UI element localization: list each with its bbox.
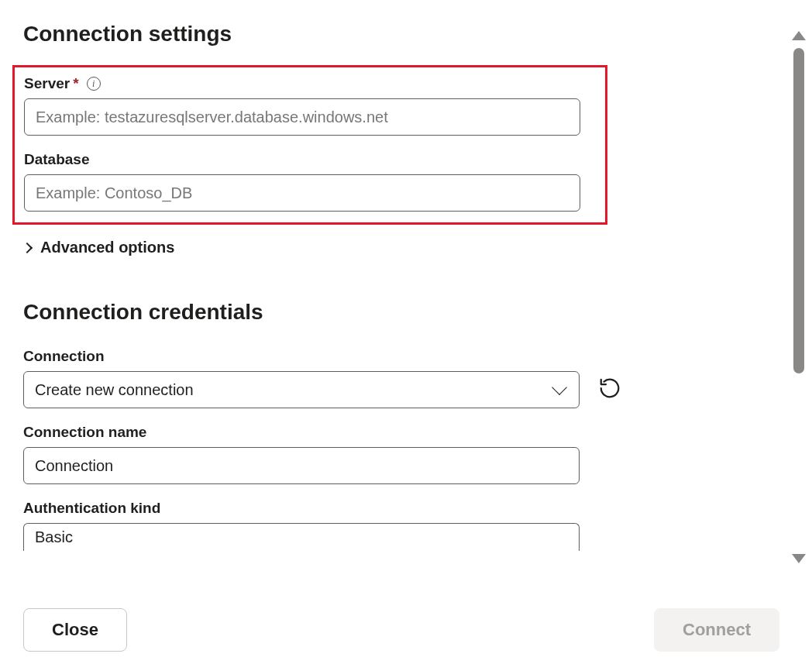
- close-button[interactable]: Close: [23, 608, 127, 652]
- database-input[interactable]: [24, 174, 580, 212]
- connection-select-value: Create new connection: [35, 381, 194, 399]
- database-label: Database: [24, 151, 90, 168]
- connection-settings-heading: Connection settings: [23, 22, 752, 46]
- connection-label: Connection: [23, 348, 105, 365]
- scrollbar[interactable]: [789, 31, 809, 563]
- scroll-up-icon[interactable]: [792, 31, 806, 40]
- connection-name-input[interactable]: [23, 447, 580, 484]
- refresh-icon[interactable]: [598, 377, 621, 403]
- auth-kind-value: Basic: [35, 528, 73, 546]
- info-icon[interactable]: i: [87, 77, 101, 91]
- auth-kind-label: Authentication kind: [23, 500, 160, 517]
- server-label: Server*: [24, 75, 79, 92]
- chevron-right-icon: [22, 242, 33, 253]
- server-db-highlight: Server* i Database: [12, 65, 607, 225]
- connection-credentials-heading: Connection credentials: [23, 300, 752, 325]
- connection-select[interactable]: Create new connection: [23, 371, 580, 408]
- server-input[interactable]: [24, 98, 580, 136]
- scroll-down-icon[interactable]: [792, 554, 806, 563]
- advanced-options-toggle[interactable]: Advanced options: [23, 236, 174, 260]
- connection-name-label: Connection name: [23, 424, 146, 441]
- auth-kind-select[interactable]: Basic: [23, 523, 580, 551]
- scroll-thumb[interactable]: [793, 48, 804, 373]
- chevron-down-icon: [552, 380, 567, 395]
- connect-button[interactable]: Connect: [654, 608, 779, 652]
- advanced-options-label: Advanced options: [40, 239, 174, 256]
